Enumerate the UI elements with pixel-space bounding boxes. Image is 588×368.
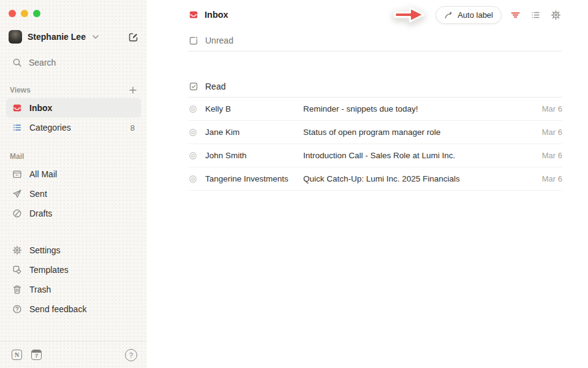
sidebar-item-settings[interactable]: Settings — [6, 240, 141, 260]
email-row[interactable]: Tangerine Investments Quick Catch-Up: Lu… — [189, 167, 562, 191]
sidebar-item-label: Drafts — [29, 209, 52, 218]
sidebar-item-drafts[interactable]: Drafts — [6, 204, 141, 223]
email-subject: Reminder - snippets due today! — [303, 104, 535, 113]
sidebar-item-templates[interactable]: Templates — [6, 260, 141, 280]
profile-name: Stephanie Lee — [28, 32, 86, 42]
sidebar-item-label: Send feedback — [29, 304, 86, 314]
unread-section-header[interactable]: Unread — [189, 29, 562, 52]
mail-nav: All Mail Sent Drafts — [0, 164, 147, 223]
sidebar-item-label: Trash — [29, 285, 51, 294]
read-indicator-icon — [189, 151, 197, 160]
account-switcher[interactable]: Stephanie Lee — [9, 28, 140, 45]
main-panel: Inbox Auto label — [147, 0, 588, 368]
search-button[interactable]: Search — [6, 53, 141, 72]
sidebar-item-inbox[interactable]: Inbox — [6, 98, 141, 118]
read-indicator-icon — [189, 175, 197, 183]
views-section-header: Views — [10, 85, 138, 96]
gear-icon — [12, 245, 22, 255]
sidebar-item-label: Sent — [29, 189, 47, 199]
calendar-app-icon[interactable]: 7 — [31, 350, 42, 360]
templates-icon — [12, 265, 22, 275]
mail-label: Mail — [10, 152, 24, 161]
email-sender: Tangerine Investments — [205, 174, 303, 183]
email-date: Mar 6 — [542, 128, 562, 137]
read-checkbox-icon — [189, 82, 198, 91]
filter-icon[interactable] — [509, 9, 522, 21]
inbox-icon — [12, 103, 22, 113]
zoom-window-button[interactable] — [33, 10, 40, 17]
sidebar-item-all-mail[interactable]: All Mail — [6, 164, 141, 184]
auto-label-button[interactable]: Auto label — [435, 6, 502, 24]
email-sender: Kelly B — [205, 104, 303, 113]
minimize-window-button[interactable] — [21, 10, 28, 17]
email-row[interactable]: Jane Kim Status of open program manager … — [189, 121, 562, 144]
unread-icon — [189, 36, 198, 45]
notion-app-icon[interactable]: N — [12, 350, 22, 360]
page-title: Inbox — [205, 10, 228, 20]
read-indicator-icon — [189, 128, 197, 137]
email-date: Mar 6 — [542, 151, 562, 160]
help-button[interactable]: ? — [125, 349, 137, 361]
gear-icon[interactable] — [549, 9, 562, 21]
plus-icon[interactable] — [127, 85, 138, 96]
email-subject: Quick Catch-Up: Lumi Inc. 2025 Financial… — [303, 174, 535, 183]
unread-section-label: Unread — [205, 36, 233, 45]
sidebar: Stephanie Lee Search Views — [0, 0, 147, 368]
mail-section-header: Mail — [10, 151, 138, 162]
auto-label-label: Auto label — [458, 10, 493, 20]
header-toolbar: Auto label — [391, 4, 562, 25]
sidebar-item-sent[interactable]: Sent — [6, 184, 141, 204]
categories-icon — [12, 123, 22, 132]
sidebar-item-trash[interactable]: Trash — [6, 280, 141, 299]
search-label: Search — [29, 58, 56, 67]
views-label: Views — [10, 86, 31, 94]
email-sender: Jane Kim — [205, 128, 303, 137]
sidebar-item-label: Categories — [29, 123, 71, 132]
inbox-icon — [189, 10, 198, 20]
sidebar-item-label: All Mail — [29, 169, 57, 179]
sidebar-item-label: Inbox — [29, 103, 52, 113]
auto-label-sparkle-icon — [444, 10, 453, 20]
trash-icon — [12, 285, 22, 294]
list-spacer — [189, 52, 562, 75]
red-arrow-pointer — [391, 4, 427, 25]
sidebar-item-send-feedback[interactable]: Send feedback — [6, 299, 141, 319]
chevron-down-icon — [92, 35, 99, 39]
sent-icon — [12, 189, 22, 199]
sidebar-item-label: Settings — [29, 245, 61, 255]
views-nav: Inbox Categories 8 — [0, 98, 147, 137]
email-sender: John Smith — [205, 151, 303, 160]
email-date: Mar 6 — [542, 174, 562, 183]
email-date: Mar 6 — [542, 104, 562, 113]
sidebar-bottom-bar: N 7 ? — [0, 341, 147, 368]
sidebar-footer-nav: Settings Templates Trash — [0, 240, 147, 319]
all-mail-icon — [12, 169, 22, 179]
sidebar-item-categories[interactable]: Categories 8 — [6, 118, 141, 137]
search-icon — [12, 58, 22, 67]
avatar — [9, 30, 22, 44]
close-window-button[interactable] — [9, 10, 16, 17]
window-controls — [0, 0, 147, 17]
read-indicator-icon — [189, 105, 197, 113]
read-section-label: Read — [205, 82, 225, 91]
calendar-day: 7 — [32, 353, 41, 359]
categories-count-badge: 8 — [130, 123, 135, 132]
email-subject: Introduction Call - Sales Role at Lumi I… — [303, 151, 535, 160]
drafts-icon — [12, 209, 22, 218]
main-header: Inbox Auto label — [189, 0, 562, 29]
sidebar-item-label: Templates — [29, 265, 69, 275]
compose-icon[interactable] — [127, 31, 140, 44]
email-row[interactable]: Kelly B Reminder - snippets due today! M… — [189, 98, 562, 121]
read-section-header[interactable]: Read — [189, 75, 562, 98]
list-icon[interactable] — [529, 9, 542, 21]
email-row[interactable]: John Smith Introduction Call - Sales Rol… — [189, 144, 562, 167]
email-subject: Status of open program manager role — [303, 128, 535, 137]
help-icon — [12, 304, 22, 314]
